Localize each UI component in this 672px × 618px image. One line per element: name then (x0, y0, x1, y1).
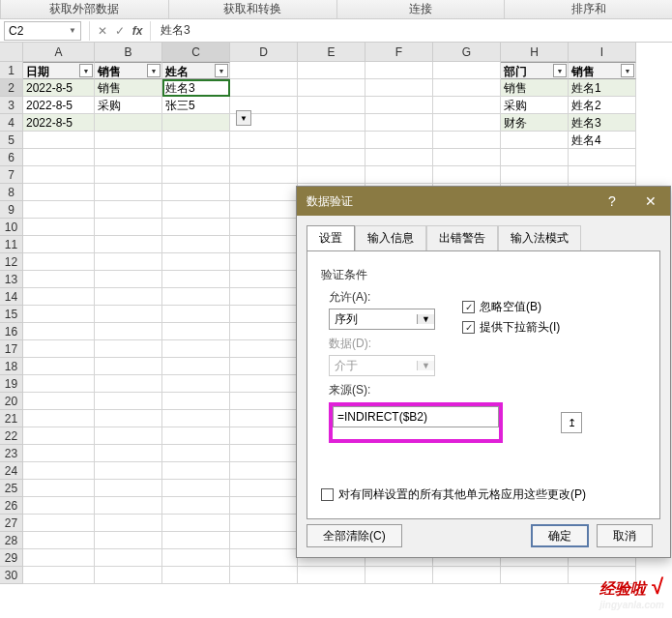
column-header[interactable]: I (569, 43, 636, 62)
column-header[interactable]: H (501, 43, 569, 62)
cell[interactable] (162, 340, 230, 358)
cell[interactable] (230, 323, 298, 340)
cell[interactable] (23, 236, 95, 253)
tab-error-alert[interactable]: 出错警告 (426, 225, 498, 250)
table-header-cell[interactable]: 部门▼ (501, 62, 569, 79)
allow-combo[interactable]: 序列 ▼ (329, 309, 435, 330)
cell[interactable] (23, 427, 95, 445)
cell[interactable] (23, 549, 95, 567)
filter-dropdown-icon[interactable]: ▼ (621, 64, 634, 77)
cell[interactable] (501, 149, 569, 166)
cell[interactable] (23, 358, 95, 375)
cell[interactable] (23, 306, 95, 323)
cell[interactable] (230, 79, 298, 97)
cell[interactable] (23, 532, 95, 549)
row-header[interactable]: 25 (0, 480, 23, 497)
cell[interactable] (95, 201, 162, 219)
cell[interactable] (230, 549, 298, 567)
row-header[interactable]: 29 (0, 549, 23, 567)
column-header[interactable]: E (298, 43, 365, 62)
row-header[interactable]: 11 (0, 236, 23, 253)
cell[interactable] (162, 114, 230, 132)
cell[interactable] (501, 567, 569, 584)
cell[interactable] (162, 306, 230, 323)
cell[interactable] (230, 184, 298, 201)
cell[interactable] (162, 410, 230, 427)
table-header-cell[interactable]: 日期▼ (23, 62, 95, 79)
cell[interactable] (95, 427, 162, 445)
ignore-blank-checkbox[interactable]: 忽略空值(B) (462, 299, 560, 315)
select-all-corner[interactable] (0, 43, 23, 62)
apply-all-checkbox[interactable]: 对有同样设置的所有其他单元格应用这些更改(P) (321, 486, 586, 503)
cell[interactable] (230, 132, 298, 149)
cell[interactable] (433, 97, 501, 114)
cell[interactable] (298, 132, 365, 149)
cell[interactable] (23, 445, 95, 462)
cell[interactable] (365, 149, 433, 166)
in-cell-dropdown-checkbox[interactable]: 提供下拉箭头(I) (462, 319, 560, 336)
row-header[interactable]: 8 (0, 184, 23, 201)
row-header[interactable]: 4 (0, 114, 23, 132)
cell[interactable] (162, 149, 230, 166)
cell[interactable] (230, 393, 298, 410)
cell[interactable] (23, 288, 95, 306)
cell[interactable] (95, 253, 162, 271)
cell[interactable] (23, 323, 95, 340)
cell[interactable] (162, 445, 230, 462)
row-header[interactable]: 5 (0, 132, 23, 149)
cell[interactable] (95, 358, 162, 375)
row-header[interactable]: 7 (0, 166, 23, 184)
cell[interactable] (298, 567, 365, 584)
row-header[interactable]: 21 (0, 410, 23, 427)
cell[interactable] (95, 114, 162, 132)
filter-dropdown-icon[interactable]: ▼ (553, 64, 567, 77)
tab-ime-mode[interactable]: 输入法模式 (498, 225, 581, 250)
cell[interactable] (95, 219, 162, 236)
column-header[interactable]: D (230, 43, 298, 62)
row-header[interactable]: 14 (0, 288, 23, 306)
row-header[interactable]: 26 (0, 497, 23, 515)
row-header[interactable]: 27 (0, 515, 23, 532)
name-box[interactable]: C2 ▼ (4, 21, 81, 41)
cell[interactable] (230, 497, 298, 515)
row-header[interactable]: 15 (0, 306, 23, 323)
cell[interactable] (95, 567, 162, 584)
cell[interactable]: 销售 (501, 79, 569, 97)
cell[interactable] (23, 393, 95, 410)
cell[interactable] (365, 132, 433, 149)
tab-input-message[interactable]: 输入信息 (355, 225, 426, 250)
ok-button[interactable]: 确定 (531, 524, 589, 547)
column-header[interactable]: B (95, 43, 162, 62)
cell[interactable] (230, 358, 298, 375)
cell[interactable] (162, 480, 230, 497)
cell[interactable] (230, 149, 298, 166)
cell[interactable]: 2022-8-5 (23, 97, 95, 114)
cell[interactable] (95, 375, 162, 393)
cell[interactable] (433, 62, 501, 79)
cell[interactable] (23, 166, 95, 184)
cell[interactable] (23, 462, 95, 480)
ribbon-group[interactable]: 排序和 (504, 0, 672, 18)
cell[interactable] (23, 410, 95, 427)
cell[interactable] (230, 201, 298, 219)
cell[interactable] (23, 253, 95, 271)
cell[interactable] (230, 219, 298, 236)
cell[interactable] (23, 567, 95, 584)
cell[interactable] (95, 149, 162, 166)
cell[interactable]: 姓名2 (569, 97, 636, 114)
fx-button[interactable]: fx (129, 24, 146, 38)
row-header[interactable]: 20 (0, 393, 23, 410)
row-header[interactable]: 13 (0, 271, 23, 288)
cell[interactable] (162, 375, 230, 393)
column-header[interactable]: A (23, 43, 95, 62)
cell[interactable] (162, 515, 230, 532)
cell-dropdown-button[interactable]: ▼ (236, 110, 251, 126)
cell[interactable] (298, 166, 365, 184)
cell[interactable] (23, 480, 95, 497)
cell[interactable] (365, 62, 433, 79)
cell[interactable] (95, 288, 162, 306)
cell[interactable] (162, 166, 230, 184)
filter-dropdown-icon[interactable]: ▼ (79, 64, 93, 77)
cell[interactable] (23, 515, 95, 532)
cell[interactable] (433, 166, 501, 184)
